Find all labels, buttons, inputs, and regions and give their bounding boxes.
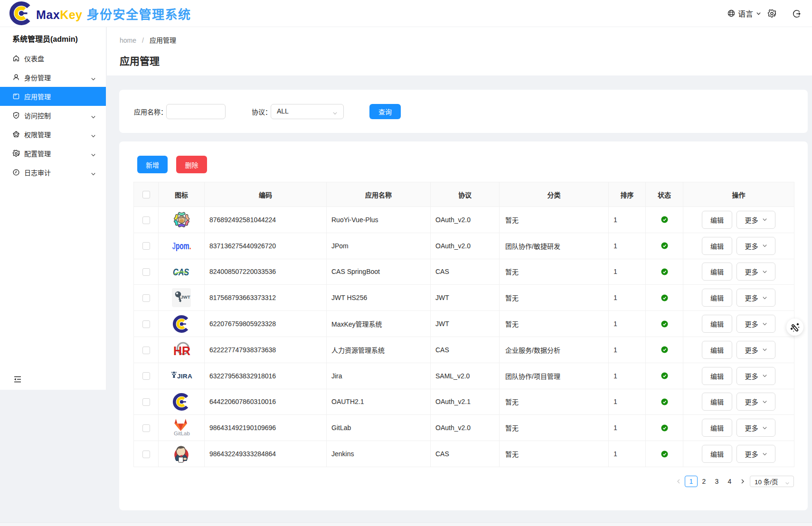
svg-text:HR: HR bbox=[173, 344, 190, 357]
svg-text:JIRA: JIRA bbox=[177, 372, 192, 379]
svg-text:GitLab: GitLab bbox=[174, 431, 190, 436]
svg-text:JWT: JWT bbox=[181, 294, 190, 300]
